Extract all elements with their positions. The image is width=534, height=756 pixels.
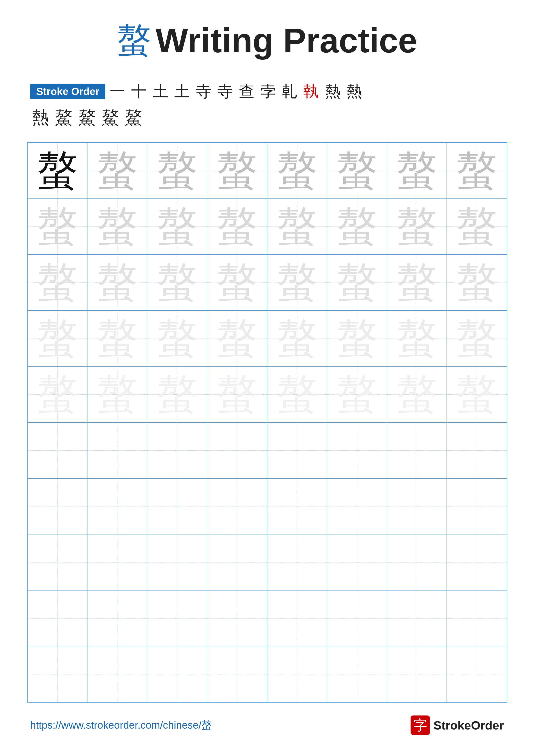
grid-cell-r8c5[interactable] [267, 534, 327, 590]
brand-icon-char: 字 [413, 716, 427, 735]
grid-cell-r8c4[interactable] [207, 534, 267, 590]
cell-char: 螯 [277, 311, 318, 366]
cell-char: 螯 [456, 143, 497, 198]
grid-cell-r3c8[interactable]: 螯 [447, 255, 507, 310]
grid-cell-r2c3[interactable]: 螯 [147, 199, 207, 255]
grid-cell-r7c7[interactable] [387, 478, 447, 534]
grid-cell-r2c4[interactable]: 螯 [207, 199, 267, 255]
title-text: Writing Practice [156, 21, 417, 60]
grid-cell-r9c2[interactable] [87, 590, 147, 646]
grid-cell-r3c3[interactable]: 螯 [147, 255, 207, 310]
grid-cell-r4c8[interactable]: 螯 [447, 310, 507, 366]
grid-cell-r5c3[interactable]: 螯 [147, 366, 207, 422]
grid-cell-r4c6[interactable]: 螯 [327, 310, 387, 366]
grid-cell-r5c2[interactable]: 螯 [87, 366, 147, 422]
stroke-order-section: Stroke Order 一 十 土 土 寺 寺 查 孛 乹 執 熱 熱 熱 鰲… [26, 81, 508, 129]
grid-cell-r3c6[interactable]: 螯 [327, 255, 387, 310]
grid-cell-r10c5[interactable] [267, 646, 327, 702]
grid-cell-r10c7[interactable] [387, 646, 447, 702]
grid-cell-r7c5[interactable] [267, 478, 327, 534]
cell-char: 螯 [157, 255, 197, 310]
grid-cell-r6c7[interactable] [387, 422, 447, 478]
grid-cell-r6c6[interactable] [327, 422, 387, 478]
stroke-order-badge: Stroke Order [30, 84, 105, 99]
grid-cell-r10c8[interactable] [447, 646, 507, 702]
grid-cell-r5c5[interactable]: 螯 [267, 366, 327, 422]
grid-cell-r4c5[interactable]: 螯 [267, 310, 327, 366]
grid-cell-r9c5[interactable] [267, 590, 327, 646]
grid-cell-r5c6[interactable]: 螯 [327, 366, 387, 422]
grid-cell-r6c5[interactable] [267, 422, 327, 478]
grid-cell-r1c7[interactable]: 螯 [387, 143, 447, 199]
grid-cell-r3c5[interactable]: 螯 [267, 255, 327, 310]
grid-cell-r4c1[interactable]: 螯 [27, 310, 87, 366]
grid-cell-r7c2[interactable] [87, 478, 147, 534]
grid-cell-r8c7[interactable] [387, 534, 447, 590]
grid-cell-r6c3[interactable] [147, 422, 207, 478]
grid-cell-r1c1[interactable]: 螯 [27, 143, 87, 199]
grid-cell-r9c8[interactable] [447, 590, 507, 646]
grid-cell-r2c8[interactable]: 螯 [447, 199, 507, 255]
grid-cell-r1c8[interactable]: 螯 [447, 143, 507, 199]
grid-cell-r5c7[interactable]: 螯 [387, 366, 447, 422]
cell-char: 螯 [396, 311, 437, 366]
grid-cell-r3c1[interactable]: 螯 [27, 255, 87, 310]
grid-cell-r7c1[interactable] [27, 478, 87, 534]
grid-cell-r1c2[interactable]: 螯 [87, 143, 147, 199]
grid-cell-r2c2[interactable]: 螯 [87, 199, 147, 255]
grid-cell-r6c1[interactable] [27, 422, 87, 478]
grid-cell-r10c6[interactable] [327, 646, 387, 702]
footer: https://www.strokeorder.com/chinese/螯 字 … [26, 716, 508, 735]
grid-cell-r1c5[interactable]: 螯 [267, 143, 327, 199]
grid-cell-r2c6[interactable]: 螯 [327, 199, 387, 255]
grid-cell-r6c4[interactable] [207, 422, 267, 478]
grid-cell-r1c6[interactable]: 螯 [327, 143, 387, 199]
grid-cell-r7c6[interactable] [327, 478, 387, 534]
grid-cell-r2c1[interactable]: 螯 [27, 199, 87, 255]
grid-cell-r9c1[interactable] [27, 590, 87, 646]
grid-cell-r1c4[interactable]: 螯 [207, 143, 267, 199]
cell-char: 螯 [157, 311, 197, 366]
grid-cell-r4c3[interactable]: 螯 [147, 310, 207, 366]
grid-cell-r7c3[interactable] [147, 478, 207, 534]
cell-char: 螯 [396, 199, 437, 254]
grid-cell-r9c7[interactable] [387, 590, 447, 646]
grid-cell-r9c4[interactable] [207, 590, 267, 646]
cell-char: 螯 [456, 367, 497, 422]
stroke-chars-row1: 一 十 土 土 寺 寺 查 孛 乹 執 熱 熱 [110, 81, 362, 102]
grid-cell-r7c4[interactable] [207, 478, 267, 534]
grid-cell-r4c7[interactable]: 螯 [387, 310, 447, 366]
cell-char: 螯 [277, 255, 318, 310]
grid-cell-r8c1[interactable] [27, 534, 87, 590]
grid-cell-r5c8[interactable]: 螯 [447, 366, 507, 422]
grid-cell-r2c5[interactable]: 螯 [267, 199, 327, 255]
grid-cell-r1c3[interactable]: 螯 [147, 143, 207, 199]
grid-cell-r8c2[interactable] [87, 534, 147, 590]
grid-cell-r8c8[interactable] [447, 534, 507, 590]
grid-cell-r5c4[interactable]: 螯 [207, 366, 267, 422]
cell-char: 螯 [456, 255, 497, 310]
grid-cell-r9c6[interactable] [327, 590, 387, 646]
grid-cell-r6c2[interactable] [87, 422, 147, 478]
grid-cell-r4c4[interactable]: 螯 [207, 310, 267, 366]
grid-cell-r3c2[interactable]: 螯 [87, 255, 147, 310]
footer-url[interactable]: https://www.strokeorder.com/chinese/螯 [30, 718, 212, 732]
grid-cell-r10c1[interactable] [27, 646, 87, 702]
title-chinese-char: 螯 [117, 17, 151, 64]
page: 螯 Writing Practice Stroke Order 一 十 土 土 … [0, 0, 534, 756]
grid-cell-r10c4[interactable] [207, 646, 267, 702]
grid-cell-r8c6[interactable] [327, 534, 387, 590]
grid-cell-r5c1[interactable]: 螯 [27, 366, 87, 422]
grid-cell-r2c7[interactable]: 螯 [387, 199, 447, 255]
grid-cell-r3c4[interactable]: 螯 [207, 255, 267, 310]
grid-cell-r10c2[interactable] [87, 646, 147, 702]
grid-cell-r9c3[interactable] [147, 590, 207, 646]
grid-cell-r10c3[interactable] [147, 646, 207, 702]
grid-cell-r3c7[interactable]: 螯 [387, 255, 447, 310]
grid-cell-r4c2[interactable]: 螯 [87, 310, 147, 366]
cell-char: 螯 [337, 311, 377, 366]
grid-cell-r6c8[interactable] [447, 422, 507, 478]
grid-cell-r7c8[interactable] [447, 478, 507, 534]
grid-cell-r8c3[interactable] [147, 534, 207, 590]
cell-char: 螯 [97, 255, 138, 310]
